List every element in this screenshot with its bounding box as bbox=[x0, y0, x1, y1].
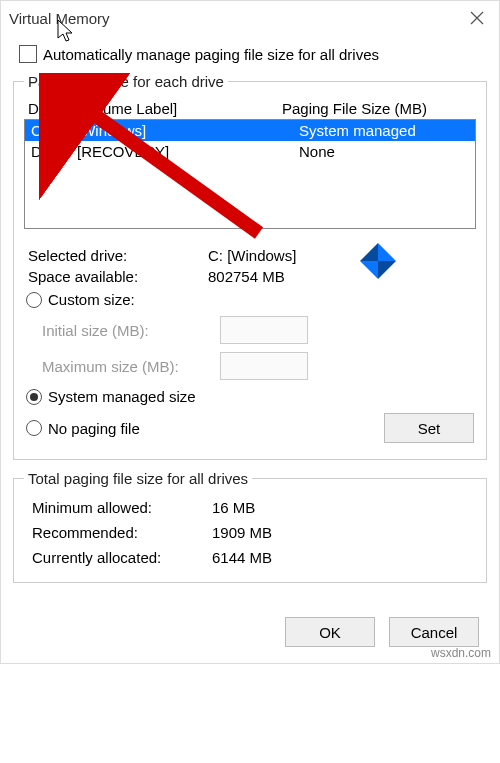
drive-row[interactable]: C: [Windows] System managed bbox=[25, 120, 475, 141]
window-title: Virtual Memory bbox=[9, 10, 110, 27]
no-paging-radio[interactable] bbox=[26, 420, 42, 436]
virtual-memory-dialog: Virtual Memory Automatically manage pagi… bbox=[0, 0, 500, 664]
totals-group: Total paging file size for all drives Mi… bbox=[13, 470, 487, 583]
maximum-size-label: Maximum size (MB): bbox=[42, 358, 212, 375]
custom-size-radio[interactable] bbox=[26, 292, 42, 308]
no-paging-label: No paging file bbox=[48, 420, 140, 437]
recommended-label: Recommended: bbox=[32, 524, 212, 541]
col-drive-header: Drive bbox=[28, 100, 78, 117]
space-available-label: Space available: bbox=[28, 268, 208, 285]
ok-button[interactable]: OK bbox=[285, 617, 375, 647]
min-allowed-value: 16 MB bbox=[212, 499, 468, 516]
watermark: wsxdn.com bbox=[431, 646, 491, 660]
per-drive-legend: Paging file size for each drive bbox=[24, 73, 228, 90]
drive-row[interactable]: D: [RECOVERY] None bbox=[25, 141, 475, 162]
initial-size-label: Initial size (MB): bbox=[42, 322, 212, 339]
paging-size: None bbox=[299, 143, 469, 160]
drive-letter: D: bbox=[31, 143, 77, 160]
svg-marker-2 bbox=[378, 243, 396, 261]
recommended-value: 1909 MB bbox=[212, 524, 468, 541]
auto-manage-label: Automatically manage paging file size fo… bbox=[43, 46, 379, 63]
initial-size-input[interactable] bbox=[220, 316, 308, 344]
system-managed-radio[interactable] bbox=[26, 389, 42, 405]
titlebar: Virtual Memory bbox=[1, 1, 499, 35]
selected-drive-value: C: [Windows] bbox=[208, 247, 472, 264]
drive-list[interactable]: C: [Windows] System managed D: [RECOVERY… bbox=[24, 119, 476, 229]
cancel-button[interactable]: Cancel bbox=[389, 617, 479, 647]
drive-list-header: Drive [Volume Label] Paging File Size (M… bbox=[24, 98, 476, 119]
set-button[interactable]: Set bbox=[384, 413, 474, 443]
system-managed-label: System managed size bbox=[48, 388, 196, 405]
close-icon[interactable] bbox=[465, 6, 489, 30]
totals-legend: Total paging file size for all drives bbox=[24, 470, 252, 487]
min-allowed-label: Minimum allowed: bbox=[32, 499, 212, 516]
maximum-size-input[interactable] bbox=[220, 352, 308, 380]
svg-marker-4 bbox=[378, 261, 396, 279]
volume-label: [RECOVERY] bbox=[77, 143, 299, 160]
drive-letter: C: bbox=[31, 122, 77, 139]
svg-marker-3 bbox=[360, 243, 378, 261]
col-size-header: Paging File Size (MB) bbox=[282, 100, 472, 117]
currently-allocated-label: Currently allocated: bbox=[32, 549, 212, 566]
paging-size: System managed bbox=[299, 122, 469, 139]
per-drive-group: Paging file size for each drive Drive [V… bbox=[13, 73, 487, 460]
custom-size-label: Custom size: bbox=[48, 291, 135, 308]
selected-drive-label: Selected drive: bbox=[28, 247, 208, 264]
space-available-value: 802754 MB bbox=[208, 268, 472, 285]
currently-allocated-value: 6144 MB bbox=[212, 549, 468, 566]
col-volume-header: [Volume Label] bbox=[78, 100, 282, 117]
volume-label: [Windows] bbox=[77, 122, 299, 139]
windows-club-logo-icon bbox=[360, 243, 396, 279]
auto-manage-checkbox[interactable] bbox=[19, 45, 37, 63]
svg-marker-5 bbox=[360, 261, 378, 279]
